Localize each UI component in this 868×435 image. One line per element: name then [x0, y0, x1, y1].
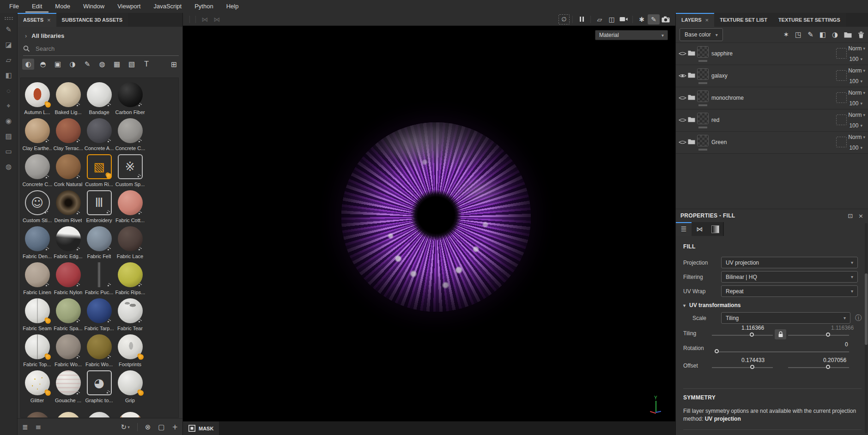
video-camera-icon[interactable]	[618, 14, 630, 24]
layer-name[interactable]: red	[711, 109, 719, 131]
asset-item[interactable]: Footprints	[115, 332, 146, 367]
tool-button[interactable]: ✎	[3, 24, 14, 35]
asset-item[interactable]: Clay Earthe...	[22, 116, 53, 151]
visibility-toggle-icon[interactable]	[679, 117, 686, 124]
tab-symmetry-icon[interactable]: ⋈	[692, 222, 707, 236]
layer-row[interactable]: Green Norm ▾ 100 ▾	[676, 132, 868, 154]
asset-item[interactable]: Fabric Linen	[22, 260, 53, 295]
asset-item[interactable]: Fabric Tear	[115, 296, 146, 331]
asset-item[interactable]: Baked Lig...	[53, 80, 84, 115]
screenshot-camera-icon[interactable]	[660, 14, 672, 24]
asset-item[interactable]: Grip	[115, 368, 146, 403]
save-asset-list-icon[interactable]: ≣	[22, 423, 28, 431]
mask-placeholder[interactable]	[836, 70, 847, 81]
filtering-dropdown[interactable]: Bilinear | HQ ▾	[721, 271, 858, 283]
tab-substance-3d-assets[interactable]: SUBSTANCE 3D ASSETS	[56, 13, 128, 27]
slider-knob[interactable]	[750, 365, 754, 369]
menu-item[interactable]: Edit	[25, 0, 49, 12]
asset-item[interactable]: Clay Terrac...	[53, 116, 84, 151]
asset-item[interactable]: Fabric Wo...	[84, 332, 115, 367]
asset-item[interactable]: Denim Rivet	[53, 188, 84, 223]
perspective-view-icon[interactable]: ▱	[594, 14, 606, 24]
opacity-dropdown[interactable]: 100 ▾	[849, 78, 862, 85]
scrollbar-thumb[interactable]	[865, 273, 868, 345]
menu-item[interactable]: Help	[220, 0, 245, 12]
layer-thumbnail[interactable]	[697, 91, 709, 102]
hide-ui-icon[interactable]: ∅	[558, 14, 570, 24]
new-shelf-icon[interactable]: ▢	[158, 423, 164, 431]
tiling-slider-2[interactable]	[788, 335, 849, 336]
tool-button[interactable]: ⌖	[3, 101, 14, 111]
tool-button[interactable]: ▭	[3, 146, 14, 157]
slider-knob[interactable]	[826, 365, 830, 369]
asset-filter-button[interactable]: ◑	[67, 59, 79, 70]
viewport-material-dropdown[interactable]: Material ▾	[595, 30, 668, 40]
pause-engine-icon[interactable]	[576, 14, 588, 24]
asset-item[interactable]: Fabric Lace	[115, 224, 146, 259]
tool-button[interactable]: ▨	[3, 131, 14, 141]
slider-knob[interactable]	[826, 332, 830, 337]
scale-dropdown[interactable]: Tiling ▾	[721, 312, 850, 324]
rotation-slider[interactable]	[715, 351, 849, 352]
asset-item[interactable]: ☺ Custom Sti...	[22, 188, 53, 223]
channel-dropdown[interactable]: Base color ▾	[680, 28, 723, 41]
tab-gradient-icon[interactable]	[707, 222, 723, 236]
mask-placeholder[interactable]	[836, 92, 847, 103]
mask-placeholder[interactable]	[836, 48, 847, 59]
asset-filter-button[interactable]: ◐	[22, 59, 34, 70]
asset-filter-button[interactable]: ◓	[37, 59, 49, 70]
mask-placeholder[interactable]	[836, 115, 847, 125]
mask-tab[interactable]: MASK	[183, 422, 219, 435]
layer-thumbnail[interactable]	[697, 113, 709, 124]
layer-name[interactable]: Green	[711, 132, 727, 153]
opacity-dropdown[interactable]: 100 ▾	[849, 145, 862, 151]
tool-button[interactable]: ◍	[3, 162, 14, 172]
asset-item[interactable]: Carbon Fiber	[115, 80, 146, 115]
asset-item[interactable]: Gouache ...	[53, 368, 84, 403]
model-3d-eye-iris[interactable]	[341, 122, 531, 312]
add-smart-material-icon[interactable]: ◳	[795, 30, 801, 39]
blend-mode-dropdown[interactable]: Norm ▾	[848, 134, 865, 140]
layer-thumbnail[interactable]	[697, 135, 709, 146]
slider-knob[interactable]	[750, 332, 754, 337]
asset-item[interactable]: Cork Natural	[53, 152, 84, 187]
asset-item[interactable]: Fabric Nylon	[53, 260, 84, 295]
add-smart-mask-icon[interactable]: ◑	[832, 30, 838, 39]
uv-wrap-dropdown[interactable]: Repeat ▾	[721, 285, 858, 297]
blend-mode-dropdown[interactable]: Norm ▾	[848, 67, 865, 74]
open-asset-folder-icon[interactable]: ≡	[36, 423, 42, 431]
menu-item[interactable]: Viewport	[111, 0, 147, 12]
grid-view-icon[interactable]: ⊞	[171, 60, 177, 69]
visibility-toggle-icon[interactable]	[679, 139, 686, 146]
asset-item[interactable]: Fabric Rips...	[115, 260, 146, 295]
add-paint-layer-icon[interactable]: ✎	[807, 30, 813, 39]
asset-item[interactable]: Glitter	[22, 368, 53, 403]
visibility-toggle-icon[interactable]	[679, 51, 686, 58]
asset-item[interactable]: Ⅲ Embroidery	[84, 188, 115, 223]
paint-mode-icon[interactable]: ✎	[648, 14, 660, 24]
close-icon[interactable]: ×	[47, 17, 51, 24]
reset-filters-icon[interactable]: ⊗	[145, 423, 151, 431]
menu-item[interactable]: JavaScript	[147, 0, 188, 12]
tab-texture-set-list[interactable]: TEXTURE SET LIST	[714, 13, 773, 27]
asset-item[interactable]: Fabric Spa...	[53, 296, 84, 331]
asset-filter-button[interactable]: ▧	[126, 59, 138, 70]
asset-item[interactable]: Fabric Wo...	[53, 332, 84, 367]
visibility-toggle-icon[interactable]	[679, 73, 686, 80]
asset-item[interactable]	[84, 404, 115, 418]
asset-item[interactable]	[115, 404, 146, 418]
mask-placeholder[interactable]	[836, 137, 847, 147]
tool-button[interactable]: ◧	[3, 70, 14, 80]
layer-row[interactable]: galaxy Norm ▾ 100 ▾	[676, 65, 868, 87]
asset-filter-button[interactable]: ▣	[52, 59, 64, 70]
close-icon[interactable]: ×	[705, 17, 709, 24]
asset-item[interactable]	[53, 404, 84, 418]
search-input[interactable]	[35, 45, 152, 53]
asset-item[interactable]: Fabric Top...	[22, 332, 53, 367]
asset-item[interactable]: Bandage	[84, 80, 115, 115]
add-group-folder-icon[interactable]	[844, 32, 852, 38]
asset-item[interactable]: Fabric Cott...	[115, 188, 146, 223]
tool-button[interactable]: ◉	[3, 116, 14, 126]
asset-item[interactable]: Fabric Tarp...	[84, 296, 115, 331]
layer-row[interactable]: red Norm ▾ 100 ▾	[676, 109, 868, 132]
